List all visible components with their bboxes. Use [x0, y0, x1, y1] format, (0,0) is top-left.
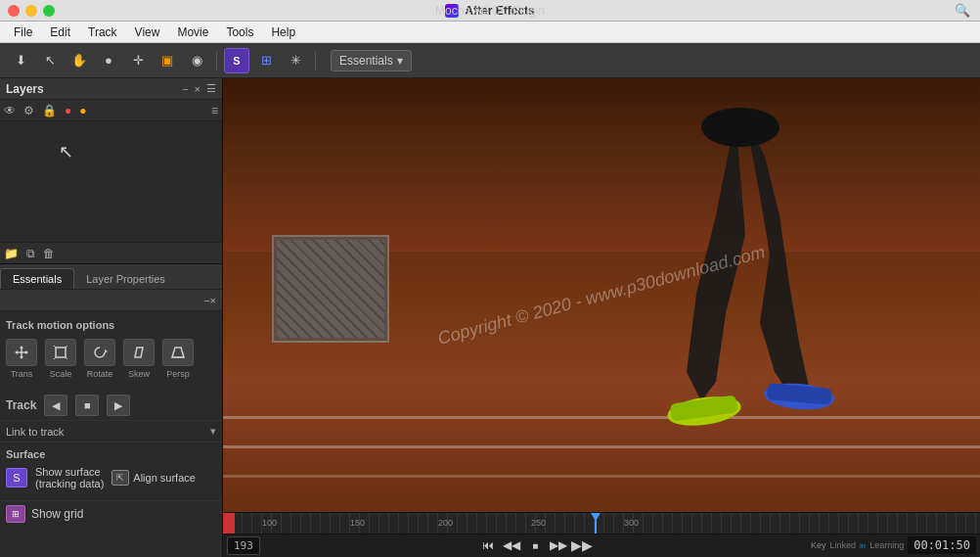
hand-tool[interactable]: ✋ [67, 48, 92, 73]
menu-movie[interactable]: Movie [169, 23, 216, 41]
list-view-icon[interactable]: ≡ [211, 104, 218, 117]
trans-label: Trans [11, 369, 33, 379]
essentials-dropdown-arrow: ▾ [397, 54, 403, 68]
minimize-button[interactable] [25, 5, 37, 17]
color-icon[interactable]: ● [65, 104, 71, 117]
color2-icon[interactable]: ● [79, 104, 86, 117]
toolbar-separator-2 [315, 51, 316, 70]
layers-panel: Layers − × ☰ 👁 ⚙ 🔒 ● ● ≡ ↖ 📁 [0, 78, 222, 264]
layers-menu-icon[interactable]: ☰ [206, 82, 216, 95]
menu-track[interactable]: Track [80, 23, 125, 41]
track-play-button[interactable]: ▶ [107, 395, 130, 416]
traffic-lights [8, 5, 55, 17]
star-tool[interactable]: ✳ [283, 48, 308, 73]
layers-header: Layers − × ☰ [0, 78, 222, 100]
track-stop-button[interactable]: ■ [75, 395, 99, 416]
align-surface-button[interactable]: ⇱ Align surface [111, 470, 196, 486]
essentials-dropdown[interactable]: Essentials ▾ [331, 50, 412, 71]
timecode-display: 00:01:50 [908, 536, 976, 554]
svg-marker-5 [25, 350, 28, 354]
left-panel: Layers − × ☰ 👁 ⚙ 🔒 ● ● ≡ ↖ 📁 [0, 78, 223, 557]
properties-close-icon[interactable]: × [210, 295, 216, 306]
skew-icon [123, 339, 155, 366]
show-grid-icon[interactable]: ⊞ [6, 505, 25, 523]
import-button[interactable]: ⬇ [8, 48, 33, 73]
menu-file[interactable]: File [6, 23, 40, 41]
timeline-ruler-bg [223, 513, 980, 534]
spline-tool[interactable]: S [224, 48, 249, 73]
track-back-button[interactable]: ◀ [44, 395, 67, 416]
timeline-playhead[interactable] [595, 513, 597, 534]
motion-trans[interactable]: Trans [6, 339, 37, 379]
rotate-label: Rotate [87, 369, 113, 379]
lock-icon[interactable]: 🔒 [42, 104, 57, 117]
surface-label: Surface [6, 448, 216, 460]
layers-minimize-icon[interactable]: − [182, 83, 188, 95]
search-icon[interactable]: 🔍 [955, 3, 970, 18]
svg-line-10 [66, 357, 67, 359]
layers-content: ↖ [0, 121, 222, 242]
maximize-button[interactable] [43, 5, 55, 17]
key-label: Key [811, 540, 826, 550]
timeline-right: Key Linked in Learning 00:01:50 [811, 536, 976, 554]
frame-number[interactable]: 193 [227, 536, 260, 555]
motion-rotate[interactable]: Rotate [84, 339, 115, 379]
arrow-tool[interactable]: ↖ [37, 48, 63, 73]
toolbar-separator-1 [216, 51, 217, 70]
trans-icon [6, 339, 37, 366]
svg-marker-13 [172, 348, 184, 357]
tab-essentials[interactable]: Essentials [0, 268, 74, 289]
essentials-label: Essentials [339, 54, 393, 68]
tab-layer-properties[interactable]: Layer Properties [74, 269, 177, 289]
linkedin-learning-label: Linked [829, 540, 856, 550]
surface-s-icon[interactable]: S [6, 468, 27, 487]
track-label: Track [6, 398, 36, 412]
stop-button[interactable]: ■ [525, 535, 545, 555]
video-canvas: Copyright © 2020 - www.p30download.com [223, 78, 980, 512]
align-icon: ⇱ [111, 470, 129, 486]
layers-title: Layers [6, 82, 44, 96]
skew-label: Skew [128, 369, 150, 379]
menu-edit[interactable]: Edit [42, 23, 78, 41]
track-motion-label: Track motion options [6, 319, 216, 331]
persp-label: Persp [166, 369, 190, 379]
trash-icon[interactable]: 🗑 [43, 247, 55, 260]
properties-panel-header: − × [0, 290, 222, 311]
show-surface-text: Show surface (tracking data) [35, 466, 104, 489]
align-surface-label: Align surface [133, 472, 196, 484]
back-frame-button[interactable]: ◀◀ [502, 535, 521, 555]
rotate-icon [84, 339, 115, 366]
motion-persp[interactable]: Persp [162, 339, 194, 379]
svg-line-7 [54, 346, 56, 348]
menubar: File Edit Track View Movie Tools Help [0, 22, 980, 43]
video-panel: Copyright © 2020 - www.p30download.com 1… [223, 78, 980, 557]
timeline-controls: 193 ⏮ ◀◀ ■ ▶▶ ▶▶ Key Linked in Learning … [223, 534, 980, 557]
surface-row: S Show surface (tracking data) ⇱ Align s… [6, 466, 216, 489]
menu-tools[interactable]: Tools [218, 23, 261, 41]
svg-line-8 [66, 346, 67, 348]
grid-tool[interactable]: ⊞ [253, 48, 279, 73]
video-area: Copyright © 2020 - www.p30download.com [223, 78, 980, 512]
link-to-track-label: Link to track [6, 426, 64, 438]
motion-scale[interactable]: Scale [45, 339, 76, 379]
close-button[interactable] [8, 5, 20, 17]
svg-point-15 [701, 108, 780, 147]
layers-close-icon[interactable]: × [195, 83, 200, 95]
motion-skew[interactable]: Skew [123, 339, 155, 379]
gear-icon[interactable]: ⚙ [23, 104, 34, 117]
menu-view[interactable]: View [127, 23, 168, 41]
pen-tool[interactable]: ● [96, 48, 121, 73]
linkedin-in-label: in [860, 542, 866, 549]
link-dropdown-arrow[interactable]: ▾ [210, 425, 216, 438]
step-back-button[interactable]: ⏮ [478, 535, 498, 555]
ellipse-tool[interactable]: ◉ [184, 48, 209, 73]
rect-tool[interactable]: ▣ [155, 48, 180, 73]
play-button[interactable]: ▶▶ [572, 535, 592, 555]
copy-icon[interactable]: ⧉ [26, 247, 35, 260]
folder-icon[interactable]: 📁 [4, 247, 19, 260]
forward-frame-button[interactable]: ▶▶ [549, 535, 568, 555]
scale-label: Scale [50, 369, 72, 379]
crosshair-tool[interactable]: ✛ [125, 48, 151, 73]
eye-icon[interactable]: 👁 [4, 104, 16, 117]
menu-help[interactable]: Help [263, 23, 303, 41]
